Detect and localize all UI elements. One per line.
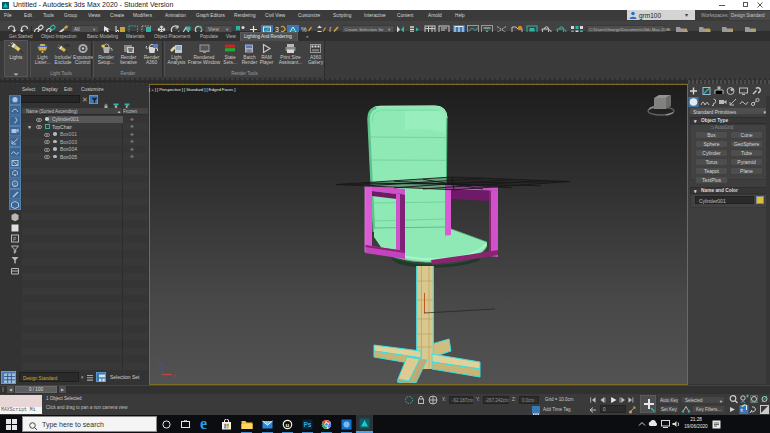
svg-text:x: x <box>174 373 177 378</box>
svg-text:Ps: Ps <box>304 421 312 428</box>
svg-text:EX: EX <box>64 44 70 48</box>
svg-text:P: P <box>13 236 17 242</box>
svg-text:z: z <box>159 358 162 363</box>
svg-text:u: u <box>285 422 289 428</box>
svg-text:C: C <box>14 182 17 187</box>
